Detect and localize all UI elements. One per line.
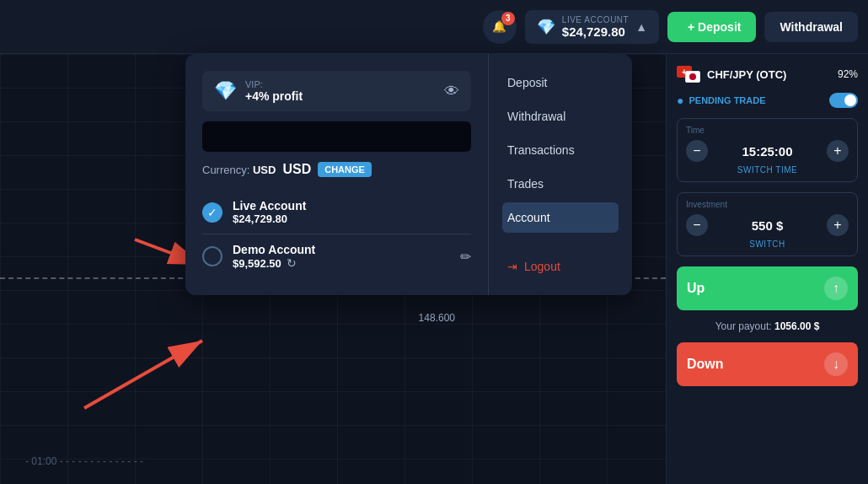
menu-item-account[interactable]: Account [502,202,619,233]
pending-trade-row: ● PENDING TRADE [677,93,858,108]
switch-label: SWITCH [686,239,849,249]
chevron-up-icon: ▲ [635,20,647,34]
dropdown-right: Deposit Withdrawal Transactions Trades A… [489,54,632,295]
demo-account-item[interactable]: Demo Account $9,592.50 ↻ ✏ [202,234,471,278]
logout-button[interactable]: ⇥ Logout [502,251,619,282]
time-field-label: Time [686,126,849,135]
menu-item-deposit[interactable]: Deposit [502,67,619,98]
withdrawal-label: Withdrawal [780,20,843,34]
time-field-row: − 15:25:00 + [686,140,849,162]
switch-time-label: SWITCH TIME [686,165,849,175]
investment-field-group: Investment − 550 $ + SWITCH [677,192,858,256]
down-arrow-circle: ↓ [824,352,848,376]
vip-row: 💎 VIP: +4% profit 👁 [202,71,471,111]
pair-pct: 92% [838,68,858,80]
deposit-button[interactable]: + Deposit [667,12,756,42]
jpy-flag [685,71,700,83]
vip-profit: +4% profit [245,89,436,103]
eye-icon[interactable]: 👁 [444,83,459,100]
up-arrow-circle: ↑ [824,277,848,300]
menu-item-trades[interactable]: Trades [502,169,619,199]
pair-header: CHF/JPY (OTC) 92% [677,66,858,83]
diamond-icon: 💎 [537,18,555,36]
currency-text: Currency: USD [202,164,276,176]
vip-text: VIP: +4% profit [245,79,436,103]
investment-field-label: Investment [686,200,849,209]
demo-account-balance: $9,592.50 [233,257,281,270]
notification-badge: 3 [501,12,515,25]
time-minus-button[interactable]: − [686,140,708,162]
vip-diamond-icon: 💎 [214,80,237,102]
withdrawal-button[interactable]: Withdrawal [764,12,858,42]
dropdown-left: 💎 VIP: +4% profit 👁 Currency: USD USD CH… [185,54,489,295]
live-account-info: Live Account $24,729.80 [233,199,471,225]
header: 🔔 3 💎 LIVE ACCOUNT $24,729.80 ▲ + Deposi… [0,0,868,54]
pair-name: CHF/JPY (OTC) [707,68,786,81]
down-button[interactable]: Down ↓ [677,342,858,386]
account-selector-button[interactable]: 💎 LIVE ACCOUNT $24,729.80 ▲ [525,10,659,44]
edit-icon[interactable]: ✏ [460,249,471,265]
logout-label: Logout [524,260,560,273]
investment-plus-button[interactable]: + [827,214,849,236]
live-account-balance: $24,729.80 [233,212,471,225]
vip-label: VIP: [245,79,436,89]
up-button[interactable]: Up ↑ [677,266,858,310]
pending-dot: ● [677,94,683,107]
up-label: Up [687,281,705,296]
investment-minus-button[interactable]: − [686,214,708,236]
dropdown-panel: 💎 VIP: +4% profit 👁 Currency: USD USD CH… [185,54,632,295]
menu-item-withdrawal[interactable]: Withdrawal [502,101,619,132]
refresh-icon[interactable]: ↻ [287,256,297,270]
deposit-label: + Deposit [688,20,741,34]
demo-account-name: Demo Account [233,243,450,256]
pending-trade-label: PENDING TRADE [689,95,765,105]
currency-val: USD [282,162,311,177]
logout-icon: ⇥ [507,260,517,273]
pending-trade-toggle[interactable] [829,93,858,108]
empty-circle-icon [202,246,222,266]
pair-flag [677,66,700,83]
live-account-name: Live Account [233,199,471,212]
time-plus-button[interactable]: + [827,140,849,162]
payout-row: Your payout: 1056.00 $ [677,320,858,332]
notification-button[interactable]: 🔔 3 [483,10,517,44]
live-account-item[interactable]: ✓ Live Account $24,729.80 [202,191,471,234]
payout-label: Your payout: [715,320,772,332]
demo-balance-row: $9,592.50 ↻ [233,256,450,270]
change-currency-button[interactable]: CHANGE [318,162,372,177]
account-balance: $24,729.80 [562,24,625,39]
masked-account-number [202,121,471,152]
account-type-label: LIVE ACCOUNT [562,15,629,24]
demo-account-info: Demo Account $9,592.50 ↻ [233,243,450,270]
menu-item-transactions[interactable]: Transactions [502,135,619,165]
investment-field-row: − 550 $ + [686,214,849,236]
currency-row: Currency: USD USD CHANGE [202,162,471,177]
time-label: - 01:00 - - - - - - - - - - - - - - [25,455,143,467]
currency-value: USD [253,164,276,176]
down-label: Down [687,357,724,372]
right-panel: CHF/JPY (OTC) 92% ● PENDING TRADE Time −… [666,54,868,484]
investment-value: 550 $ [713,218,822,233]
time-field-group: Time − 15:25:00 + SWITCH TIME [677,118,858,182]
time-value: 15:25:00 [713,144,822,159]
payout-value: 1056.00 $ [774,320,819,332]
account-info: LIVE ACCOUNT $24,729.80 [562,15,629,39]
check-circle-icon: ✓ [202,202,222,223]
price-label-2: 148.600 [419,312,455,324]
